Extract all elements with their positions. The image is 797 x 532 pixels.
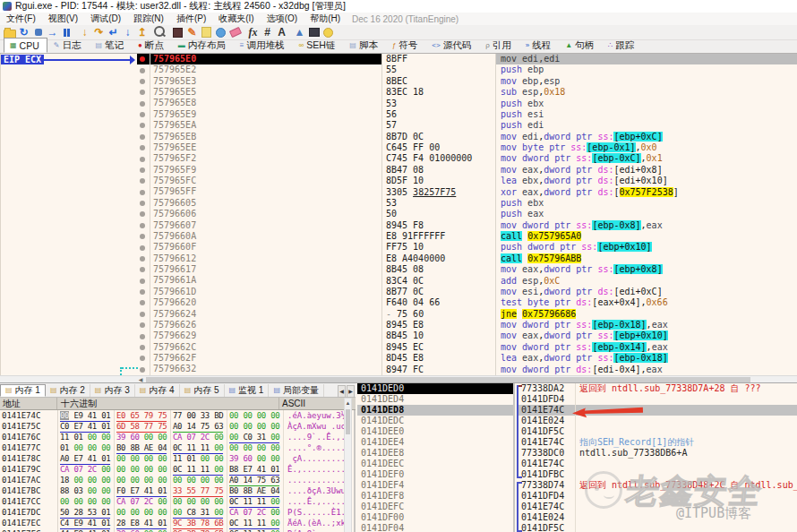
dump-tab-监视 1[interactable]: ▤监视 1 <box>225 384 270 397</box>
disasm-row[interactable]: 757966268945 E8mov dword ptr ss:[ebp-0x1… <box>1 320 797 330</box>
breakpoint-bullet[interactable] <box>140 267 145 272</box>
disasm-row[interactable]: 757965EB8B7D 0Cmov edi,dword ptr ss:[ebp… <box>1 132 797 142</box>
disasm-row[interactable]: 757965EA57push edi <box>1 120 797 131</box>
tab-引用[interactable]: ρ引用 <box>479 38 519 53</box>
dump-tab-局部变量[interactable]: ▤局部变量 <box>269 384 324 397</box>
stack-address-row[interactable]: 0141DEE0 <box>357 426 513 437</box>
breakpoint-bullet[interactable] <box>140 178 145 184</box>
stack-address-row[interactable]: 0141DED8 <box>357 405 513 416</box>
disasm-row[interactable]: 757965EEC645 FF 00mov byte ptr ss:[ebp-0… <box>1 142 797 153</box>
tab-内存布局[interactable]: ▬内存布局 <box>172 38 234 53</box>
dump-row[interactable]: 0141E77C01 00 00 00B0 8B AE 040C 11 11 0… <box>0 442 347 453</box>
menu-item[interactable]: 插件(P) <box>170 13 212 25</box>
stack-row[interactable]: 77338DA2返回到 ntdll.sub_77338D7A+28 自 ??? <box>517 383 797 394</box>
menu-item[interactable]: 收藏夹(I) <box>212 13 260 25</box>
disasm-row[interactable]: 7579660AE8 91FFFFFFcall 0x757965A0 <box>1 231 797 242</box>
breakpoint-bullet[interactable] <box>140 79 145 84</box>
breakpoint-bullet[interactable] <box>140 145 145 150</box>
stack-row[interactable]: 0141E74C指向SEH_Record[1]的指针 <box>517 437 797 448</box>
dump-row[interactable]: 0141E78CA0 E7 41 0100 00 00 0011 01 00 0… <box>0 453 347 464</box>
breakpoint-bullet[interactable] <box>140 279 145 284</box>
dump-row[interactable]: 0141E79CCA 07 2C 0000 00 00 000C 11 11 0… <box>0 464 347 475</box>
tab-源代码[interactable]: <>源代码 <box>425 38 479 53</box>
stack-row[interactable]: 0141DFD4 <box>517 394 797 405</box>
tab-断点[interactable]: ●断点 <box>132 38 172 53</box>
breakpoint-bullet[interactable] <box>140 245 145 251</box>
disasm-row[interactable]: 757965F98B47 08mov eax,dword ptr ds:[edi… <box>1 165 797 176</box>
menu-item[interactable]: 文件(F) <box>0 13 42 25</box>
breakpoint-bullet[interactable] <box>140 90 145 95</box>
stack-address-row[interactable]: 0141DF00 <box>357 512 513 523</box>
stack-address-row[interactable]: 0141DEE4 <box>357 437 513 448</box>
stack-address-row[interactable]: 0141DED0 <box>357 383 513 394</box>
disasm-row[interactable]: 7579661D8B77 0Cmov esi,dword ptr ds:[edi… <box>1 287 797 297</box>
breakpoint-bullet[interactable] <box>140 223 145 228</box>
disasm-row[interactable]: 757965E583EC 18sub esp,0x18 <box>1 87 797 98</box>
scroll-up-arrow[interactable]: ▲ <box>345 399 351 408</box>
disasm-row[interactable]: 757966178B45 08mov eax,dword ptr ss:[ebp… <box>1 264 797 275</box>
breakpoint-bullet[interactable] <box>140 234 145 239</box>
dump-row[interactable]: 0141E7DC50 28 53 0100 00 00 0000 C8 31 0… <box>0 507 347 518</box>
dump-row[interactable]: 0141E7ECC4 E9 41 0128 E8 41 019C 3B 78 6… <box>0 518 347 528</box>
disasm-horizontal-scrollbar[interactable]: ◀ <box>0 375 797 382</box>
tab-笔记[interactable]: ▤笔记 <box>89 38 132 53</box>
stack-panel[interactable]: 老鑫安全 @ITPUB博客 77338DA2返回到 ntdll.sub_7733… <box>517 383 797 532</box>
stack-address-row[interactable]: 0141DEEC <box>357 459 513 469</box>
dump-tab-内存 3[interactable]: ▤内存 3 <box>90 384 135 397</box>
breakpoint-bullet[interactable] <box>140 167 145 173</box>
stack-row[interactable]: 0141E74C <box>517 459 797 469</box>
tab-CPU[interactable]: ▦CPU <box>4 38 47 53</box>
breakpoint-bullet[interactable] <box>140 201 145 206</box>
dump-rows[interactable]: 0141E74C00 E9 41 01E0 65 79 7577 00 33 B… <box>0 410 347 532</box>
stack-row[interactable]: 0141E74C <box>517 502 797 512</box>
disasm-row[interactable]: 757965E255push ebp <box>1 64 797 75</box>
breakpoint-bullet[interactable] <box>140 123 145 128</box>
tab-调用堆栈[interactable]: ≡调用堆栈 <box>234 38 293 53</box>
breakpoint-bullet[interactable] <box>140 56 145 62</box>
scrollbar-thumb[interactable] <box>346 409 350 434</box>
dump-row[interactable]: 0141E7FC44 E9 41 0139 60 00 009C 3B 78 6… <box>0 528 347 532</box>
disasm-row[interactable]: 757965E956push esi <box>1 109 797 120</box>
tab-线程[interactable]: »线程 <box>519 38 559 53</box>
stack-row[interactable]: 0141DFBC <box>517 469 797 480</box>
breakpoint-bullet[interactable] <box>140 256 145 262</box>
disasm-row[interactable]: 757965FF3305 38257F75xor eax,dword ptr d… <box>1 187 797 198</box>
breakpoint-bullet[interactable] <box>140 322 145 328</box>
breakpoint-bullet[interactable] <box>140 112 145 117</box>
disasm-row[interactable]: 7579660650push eax <box>1 209 797 219</box>
dump-row[interactable]: 0141E7AC18 00 00 0000 00 00 0000 00 00 0… <box>0 475 347 485</box>
disasm-row[interactable]: 757965E38BECmov ebp,esp <box>1 76 797 87</box>
stack-row[interactable]: 0141E024 <box>517 416 797 426</box>
tab-scroll-right[interactable]: ▶ <box>347 385 355 398</box>
menu-item[interactable]: 视图(V) <box>42 13 84 25</box>
stack-address-row[interactable]: 0141DEFC <box>357 502 513 512</box>
stack-address-panel[interactable]: 0141DED00141DED40141DED80141DEDC0141DEE0… <box>357 383 515 532</box>
disasm-row[interactable]: 7579662C8945 ECmov dword ptr ss:[ebp-0x1… <box>1 342 797 353</box>
stack-row[interactable]: 0141DFD4 <box>517 491 797 502</box>
menu-item[interactable]: 跟踪(N) <box>127 13 170 25</box>
disasm-row[interactable]: 7579662F8D45 E8lea eax,dword ptr ss:[ebp… <box>1 353 797 364</box>
stack-address-row[interactable]: 0141DF04 <box>357 523 513 532</box>
dump-tab-内存 2[interactable]: ▤内存 2 <box>46 384 90 397</box>
dump-vertical-scrollbar[interactable]: ▲ <box>344 398 352 532</box>
breakpoint-bullet[interactable] <box>140 334 145 339</box>
stack-address-row[interactable]: 0141DEDC <box>357 416 513 426</box>
memory-dump-panel[interactable]: ▤内存 1▤内存 2▤内存 3▤内存 4▤内存 5▤监视 1▤局部变量◀▶ 地址… <box>0 383 356 532</box>
disasm-row[interactable]: 75796612E8 A4040000call 0x75796ABB <box>1 253 797 264</box>
disasm-row[interactable]: 757965E853push ebx <box>1 99 797 109</box>
menu-item[interactable]: 帮助(H) <box>304 13 347 25</box>
breakpoint-bullet[interactable] <box>140 345 145 350</box>
disasm-row[interactable]: 75796620F640 04 66test byte ptr ds:[eax+… <box>1 297 797 308</box>
stack-address-row[interactable]: 0141DED4 <box>357 394 513 405</box>
tab-跟踪[interactable]: ∴跟踪 <box>602 38 642 53</box>
stack-row[interactable]: 0141E024 <box>517 512 797 523</box>
disassembly-view[interactable]: EIP ECX 757965E08BFFmov edi,edi757965E25… <box>0 54 797 375</box>
tab-SEH链[interactable]: ∞SEH链 <box>293 38 344 53</box>
tab-句柄[interactable]: ▲句柄 <box>559 38 602 53</box>
stack-row[interactable]: 0141DF5C <box>517 523 797 532</box>
menu-item[interactable]: 调试(D) <box>84 13 127 25</box>
dump-tab-内存 5[interactable]: ▤内存 5 <box>180 384 225 397</box>
disasm-row[interactable]: 7579661A83C4 0Cadd esp,0xC <box>1 276 797 287</box>
stack-address-row[interactable]: 0141DEF4 <box>357 480 513 491</box>
stack-address-row[interactable]: 0141DEE8 <box>357 448 513 459</box>
